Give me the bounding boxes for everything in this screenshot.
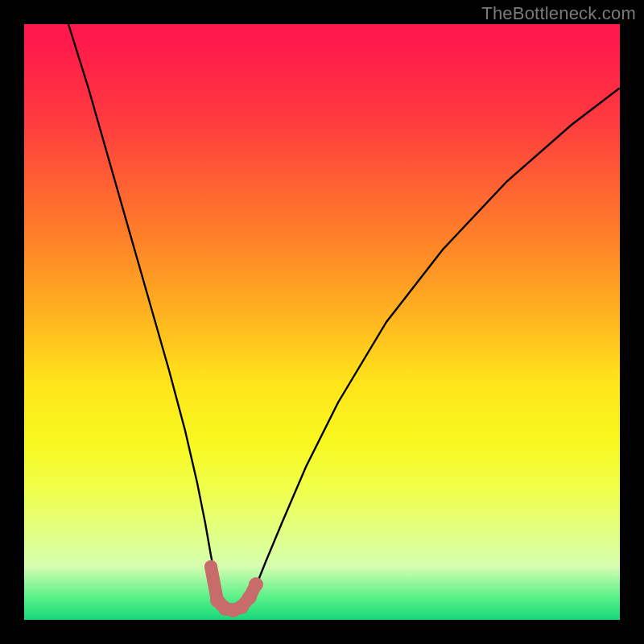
highlight-dot bbox=[204, 560, 217, 573]
bottleneck-floor-highlight bbox=[204, 560, 263, 617]
curve-layer bbox=[24, 24, 620, 620]
outer-frame: TheBottleneck.com bbox=[0, 0, 644, 644]
highlight-dot bbox=[242, 590, 257, 605]
watermark-text: TheBottleneck.com bbox=[481, 3, 636, 24]
highlight-dot bbox=[249, 577, 263, 592]
bottleneck-curve bbox=[68, 24, 619, 612]
plot-area bbox=[24, 24, 620, 620]
